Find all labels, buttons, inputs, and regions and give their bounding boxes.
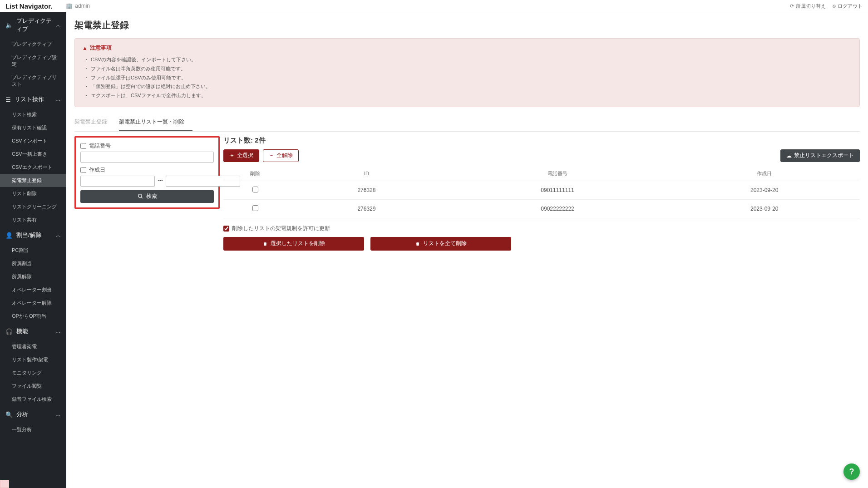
svg-line-1 [141, 197, 143, 199]
logout-button[interactable]: ⎋ ログアウト [833, 3, 863, 10]
cell-created: 2023-09-20 [669, 199, 860, 218]
deselect-all-button[interactable]: － 全解除 [263, 149, 299, 162]
nav-item[interactable]: CSV一括上書き [0, 148, 66, 161]
refresh-icon: ⟳ [790, 3, 794, 9]
nav-item[interactable]: 所属割当 [0, 257, 66, 270]
chevron-up-icon: ︿ [56, 328, 61, 335]
nav-item[interactable]: リスト共有 [0, 213, 66, 227]
cell-phone: 09011111111 [446, 181, 669, 199]
section-label: 機能 [16, 327, 28, 335]
tabs: 架電禁止登録 架電禁止リスト一覧・削除 [74, 114, 860, 132]
nav-item[interactable]: 録音ファイル検索 [0, 393, 66, 406]
notice-title-text: 注意事項 [90, 44, 112, 52]
search-icon [138, 193, 143, 199]
switch-affiliation-button[interactable]: ⟳ 所属切り替え [790, 3, 826, 10]
deselect-all-label: 全解除 [276, 152, 293, 159]
nav-item[interactable]: リスト検索 [0, 108, 66, 121]
top-header: List Navigator. 🏢 admin ⟳ 所属切り替え ⎋ ログアウト [0, 0, 868, 12]
section-label: プレディクティブ [16, 17, 56, 33]
row-checkbox[interactable] [252, 187, 258, 192]
search-panel: 電話番号 作成日 〜 [74, 136, 220, 209]
section-icon: 🎧 [5, 328, 13, 335]
plus-icon: ＋ [229, 152, 235, 159]
phone-label-text: 電話番号 [89, 142, 111, 150]
nav-item[interactable]: 保有リスト確認 [0, 121, 66, 134]
nav-item[interactable]: OPからOP割当 [0, 310, 66, 323]
cell-created: 2023-09-20 [669, 181, 860, 199]
chevron-up-icon: ︿ [56, 96, 61, 103]
list-count: リスト数: 2件 [223, 136, 266, 145]
phone-checkbox[interactable] [80, 143, 86, 149]
help-fab[interactable]: ? [843, 463, 860, 480]
nav-item[interactable]: オペレーター割当 [0, 283, 66, 296]
cell-phone: 09022222222 [446, 199, 669, 218]
th-phone: 電話番号 [446, 167, 669, 181]
search-button-label: 検索 [146, 192, 157, 200]
th-delete: 削除 [223, 167, 287, 181]
range-separator: 〜 [158, 177, 163, 185]
section-icon: ☰ [5, 96, 11, 103]
nav-item[interactable]: PC割当 [0, 244, 66, 257]
nav-item[interactable]: CSVエクスポート [0, 161, 66, 174]
nav-item[interactable]: 一覧分析 [0, 423, 66, 436]
delete-all-label: リストを全て削除 [423, 240, 467, 247]
tab-list[interactable]: 架電禁止リスト一覧・削除 [119, 114, 192, 131]
main-content: 架電禁止登録 ▲ 注意事項 CSVの内容を確認後、インポートして下さい。ファイル… [66, 12, 868, 488]
update-check-label[interactable]: 削除したリストの架電規制を許可に更新 [223, 225, 860, 232]
tab-register[interactable]: 架電禁止登録 [74, 114, 115, 131]
nav-section-3[interactable]: 🎧機能︿ [0, 323, 66, 340]
notice-item: 「個別登録」は空白での追加は絶対にお止め下さい。 [84, 82, 852, 91]
nav-section-4[interactable]: 🔍分析︿ [0, 406, 66, 423]
phone-label[interactable]: 電話番号 [80, 142, 214, 150]
nav-item[interactable]: 架電禁止登録 [0, 174, 66, 187]
section-icon: 🔍 [5, 411, 13, 418]
nav-section-0[interactable]: 🔈プレディクティブ︿ [0, 12, 66, 38]
table-row: 276328090111111112023-09-20 [223, 181, 860, 199]
nav-item[interactable]: プレディクティブ設定 [0, 51, 66, 71]
chevron-up-icon: ︿ [56, 411, 61, 418]
row-checkbox[interactable] [252, 205, 258, 211]
list-table: 削除 ID 電話番号 作成日 276328090111111112023-09-… [223, 167, 860, 218]
nav-item[interactable]: ファイル閲覧 [0, 380, 66, 393]
chevron-up-icon: ︿ [56, 22, 61, 29]
nav-item[interactable]: オペレーター解除 [0, 296, 66, 310]
notice-item: CSVの内容を確認後、インポートして下さい。 [84, 55, 852, 64]
delete-all-button[interactable]: リストを全て削除 [370, 237, 511, 251]
switch-affiliation-label: 所属切り替え [796, 3, 826, 10]
nav-item[interactable]: リストクリーニング [0, 200, 66, 213]
select-all-label: 全選択 [237, 152, 253, 159]
section-label: リスト操作 [15, 95, 44, 104]
notice-box: ▲ 注意事項 CSVの内容を確認後、インポートして下さい。ファイル名は半角英数の… [74, 38, 860, 107]
date-label-text: 作成日 [89, 166, 105, 174]
nav-section-1[interactable]: ☰リスト操作︿ [0, 91, 66, 108]
nav-item[interactable]: リスト削除 [0, 187, 66, 200]
logout-icon: ⎋ [833, 3, 836, 9]
section-icon: 👤 [5, 232, 13, 239]
nav-item[interactable]: モニタリング [0, 366, 66, 380]
nav-item[interactable]: 管理者架電 [0, 340, 66, 353]
nav-item[interactable]: 所属解除 [0, 270, 66, 283]
nav-item[interactable]: リスト製作/架電 [0, 353, 66, 366]
date-from-input[interactable] [80, 176, 155, 187]
admin-label: 🏢 admin [66, 3, 90, 9]
delete-selected-label: 選択したリストを削除 [271, 240, 325, 247]
update-check-checkbox[interactable] [223, 226, 229, 232]
nav-item[interactable]: CSVインポート [0, 134, 66, 148]
cell-id: 276329 [287, 199, 446, 218]
phone-input[interactable] [80, 152, 214, 163]
cell-id: 276328 [287, 181, 446, 199]
select-all-button[interactable]: ＋ 全選択 [223, 149, 259, 162]
search-button[interactable]: 検索 [80, 190, 214, 203]
nav-item[interactable]: プレディクティブリスト [0, 71, 66, 91]
nav-item[interactable]: プレディクティブ [0, 38, 66, 51]
export-button[interactable]: ☁ 禁止リストエクスポート [780, 149, 860, 162]
date-label[interactable]: 作成日 [80, 166, 214, 174]
date-checkbox[interactable] [80, 167, 86, 173]
delete-selected-button[interactable]: 選択したリストを削除 [223, 237, 364, 251]
logo: List Navigator. [5, 2, 52, 10]
update-check-text: 削除したリストの架電規制を許可に更新 [232, 225, 330, 232]
section-label: 分析 [16, 410, 28, 419]
trash-icon [262, 241, 268, 246]
nav-section-2[interactable]: 👤割当/解除︿ [0, 227, 66, 244]
svg-point-0 [138, 194, 142, 198]
